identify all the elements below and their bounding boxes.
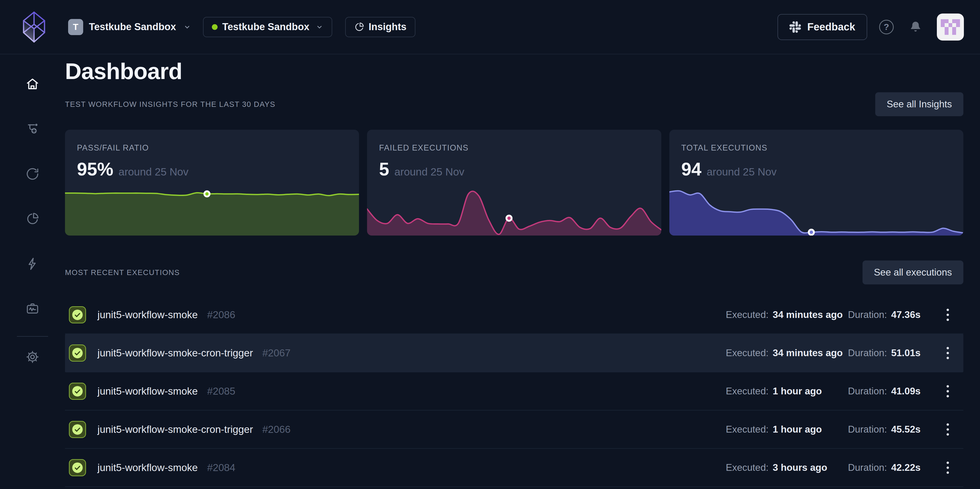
card-title: TOTAL EXECUTIONS bbox=[681, 143, 768, 153]
row-actions-menu[interactable] bbox=[939, 423, 956, 436]
status-passed-badge bbox=[69, 459, 86, 476]
activity-board-icon bbox=[25, 302, 40, 316]
help-icon[interactable]: ? bbox=[879, 20, 894, 34]
execution-row[interactable]: junit5-workflow-smoke-cron-trigger #2066… bbox=[65, 411, 963, 449]
executed-meta: Executed: 34 minutes ago bbox=[726, 309, 848, 320]
duration-meta: Duration: 45.52s bbox=[848, 424, 939, 435]
slack-icon bbox=[789, 21, 801, 33]
executed-label: Executed: bbox=[726, 309, 768, 320]
status-passed-badge bbox=[69, 306, 86, 323]
sidebar-item-settings[interactable] bbox=[0, 342, 65, 371]
kebab-menu-icon bbox=[946, 308, 950, 322]
check-icon bbox=[72, 385, 83, 397]
sidebar-item-executions[interactable] bbox=[0, 159, 65, 188]
executed-value: 34 minutes ago bbox=[773, 347, 843, 358]
insights-label: Insights bbox=[369, 21, 407, 32]
card-value: 95% bbox=[77, 159, 113, 180]
refresh-circle-icon bbox=[25, 167, 40, 181]
home-icon bbox=[25, 77, 40, 91]
execution-row[interactable]: junit5-workflow-smoke #2085 Executed: 1 … bbox=[65, 372, 963, 411]
duration-label: Duration: bbox=[848, 424, 887, 435]
sidebar-item-workflows[interactable] bbox=[0, 115, 65, 143]
duration-value: 41.09s bbox=[891, 386, 921, 397]
gear-icon bbox=[25, 350, 40, 364]
page-title: Dashboard bbox=[65, 58, 963, 84]
check-icon bbox=[72, 347, 83, 359]
check-icon bbox=[72, 424, 83, 435]
executed-meta: Executed: 1 hour ago bbox=[726, 386, 848, 397]
avatar-identicon bbox=[941, 19, 960, 35]
organization-switcher[interactable]: T Testkube Sandbox bbox=[68, 19, 191, 35]
see-all-insights-button[interactable]: See all Insights bbox=[875, 92, 963, 116]
duration-meta: Duration: 42.22s bbox=[848, 462, 939, 473]
row-actions-menu[interactable] bbox=[939, 461, 956, 475]
card-caption: around 25 Nov bbox=[395, 166, 464, 178]
sidebar-item-dashboard[interactable] bbox=[0, 69, 65, 99]
executed-value: 3 hours ago bbox=[773, 462, 827, 473]
executions-section-header: MOST RECENT EXECUTIONS See all execution… bbox=[65, 261, 963, 284]
executed-value: 1 hour ago bbox=[773, 424, 822, 435]
workflow-name: junit5-workflow-smoke bbox=[97, 385, 198, 397]
execution-row[interactable]: junit5-workflow-smoke-cron-trigger #2067… bbox=[65, 334, 963, 372]
execution-number: #2067 bbox=[262, 347, 290, 359]
executed-meta: Executed: 3 hours ago bbox=[726, 462, 848, 473]
sidebar-item-monitoring[interactable] bbox=[0, 294, 65, 323]
status-passed-badge bbox=[69, 421, 86, 438]
execution-number: #2086 bbox=[207, 309, 235, 320]
area-chart-failed bbox=[367, 189, 661, 236]
card-caption: around 25 Nov bbox=[119, 166, 188, 178]
kebab-menu-icon bbox=[946, 346, 950, 360]
duration-label: Duration: bbox=[848, 386, 887, 397]
environment-select[interactable]: Testkube Sandbox bbox=[203, 17, 332, 37]
insights-nav-button[interactable]: Insights bbox=[345, 17, 415, 37]
user-avatar[interactable] bbox=[937, 14, 964, 41]
kebab-menu-icon bbox=[946, 384, 950, 398]
execution-row[interactable]: junit5-workflow-smoke #2086 Executed: 34… bbox=[65, 296, 963, 334]
pass-fail-ratio-card: PASS/FAIL RATIO 95% around 25 Nov bbox=[65, 130, 359, 236]
sidebar-item-insights[interactable] bbox=[0, 204, 65, 233]
feedback-label: Feedback bbox=[807, 21, 855, 33]
execution-row[interactable]: junit5-workflow-smoke #2084 Executed: 3 … bbox=[65, 449, 963, 487]
duration-value: 47.36s bbox=[891, 309, 921, 320]
organization-name: Testkube Sandbox bbox=[89, 21, 176, 32]
row-actions-menu[interactable] bbox=[939, 384, 956, 398]
sidebar-nav bbox=[0, 54, 65, 489]
executed-label: Executed: bbox=[726, 462, 768, 473]
card-title: PASS/FAIL RATIO bbox=[77, 143, 149, 153]
status-passed-badge bbox=[69, 344, 86, 362]
card-caption: around 25 Nov bbox=[707, 166, 777, 178]
duration-meta: Duration: 47.36s bbox=[848, 309, 939, 320]
workflow-name: junit5-workflow-smoke bbox=[97, 462, 198, 473]
row-actions-menu[interactable] bbox=[939, 346, 956, 360]
pie-chart-icon bbox=[25, 212, 40, 226]
workflow-name: junit5-workflow-smoke-cron-trigger bbox=[97, 424, 253, 435]
execution-number: #2085 bbox=[207, 385, 235, 397]
executed-label: Executed: bbox=[726, 424, 768, 435]
duration-value: 51.01s bbox=[891, 347, 921, 358]
sidebar-divider bbox=[17, 336, 48, 337]
pie-chart-icon bbox=[354, 22, 364, 32]
status-passed-badge bbox=[69, 383, 86, 400]
workflow-add-icon bbox=[25, 122, 40, 136]
notifications-bell-icon[interactable] bbox=[909, 20, 922, 34]
workflow-name: junit5-workflow-smoke-cron-trigger bbox=[97, 347, 253, 359]
recent-executions-list: junit5-workflow-smoke #2086 Executed: 34… bbox=[65, 296, 963, 487]
top-header: T Testkube Sandbox Testkube Sandbox Insi… bbox=[0, 0, 980, 54]
insights-section-label: TEST WORKFLOW INSIGHTS FOR THE LAST 30 D… bbox=[65, 100, 275, 109]
duration-value: 42.22s bbox=[891, 462, 921, 473]
feedback-button[interactable]: Feedback bbox=[778, 14, 867, 40]
duration-value: 45.52s bbox=[891, 424, 921, 435]
duration-label: Duration: bbox=[848, 309, 887, 320]
execution-number: #2066 bbox=[262, 424, 290, 435]
sidebar-item-triggers[interactable] bbox=[0, 249, 65, 279]
executed-meta: Executed: 34 minutes ago bbox=[726, 347, 848, 358]
see-all-executions-button[interactable]: See all executions bbox=[862, 261, 963, 284]
card-value: 94 bbox=[681, 159, 702, 180]
check-icon bbox=[72, 462, 83, 474]
insights-section-header: TEST WORKFLOW INSIGHTS FOR THE LAST 30 D… bbox=[65, 92, 963, 116]
card-value: 5 bbox=[379, 159, 389, 180]
row-actions-menu[interactable] bbox=[939, 308, 956, 322]
executed-value: 34 minutes ago bbox=[773, 309, 843, 320]
duration-label: Duration: bbox=[848, 462, 887, 473]
executions-section-label: MOST RECENT EXECUTIONS bbox=[65, 268, 180, 277]
